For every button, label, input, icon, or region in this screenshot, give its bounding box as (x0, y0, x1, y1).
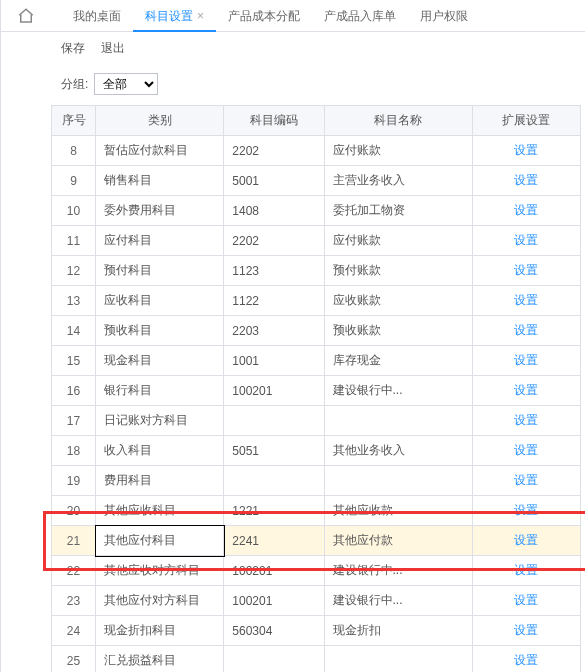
home-icon[interactable] (1, 0, 51, 32)
exit-button[interactable]: 退出 (101, 40, 125, 57)
cell-category[interactable]: 预付科目 (96, 256, 224, 286)
cell-code[interactable]: 2203 (224, 316, 324, 346)
settings-link[interactable]: 设置 (514, 143, 538, 157)
settings-link[interactable]: 设置 (514, 173, 538, 187)
cell-code[interactable]: 1123 (224, 256, 324, 286)
tab-2[interactable]: 产品成本分配 (216, 0, 312, 32)
cell-name[interactable]: 建设银行中... (324, 586, 472, 616)
cell-category[interactable]: 现金科目 (96, 346, 224, 376)
table-row[interactable]: 15现金科目1001库存现金设置 (52, 346, 581, 376)
table-row[interactable]: 9销售科目5001主营业务收入设置 (52, 166, 581, 196)
settings-link[interactable]: 设置 (514, 443, 538, 457)
cell-name[interactable]: 委托加工物资 (324, 196, 472, 226)
cell-name[interactable]: 建设银行中... (324, 376, 472, 406)
cell-category[interactable]: 应付科目 (96, 226, 224, 256)
cell-category[interactable]: 应收科目 (96, 286, 224, 316)
table-row[interactable]: 16银行科目100201建设银行中...设置 (52, 376, 581, 406)
settings-link[interactable]: 设置 (514, 533, 538, 547)
cell-name[interactable]: 应付账款 (324, 136, 472, 166)
cell-name[interactable]: 库存现金 (324, 346, 472, 376)
table-row[interactable]: 20其他应收科目1221其他应收款设置 (52, 496, 581, 526)
table-row[interactable]: 25汇兑损益科目设置 (52, 646, 581, 673)
cell-code[interactable]: 100201 (224, 376, 324, 406)
cell-category[interactable]: 银行科目 (96, 376, 224, 406)
settings-link[interactable]: 设置 (514, 413, 538, 427)
settings-link[interactable]: 设置 (514, 383, 538, 397)
cell-category[interactable]: 收入科目 (96, 436, 224, 466)
cell-name[interactable]: 主营业务收入 (324, 166, 472, 196)
cell-name[interactable]: 预付账款 (324, 256, 472, 286)
tab-0[interactable]: 我的桌面 (61, 0, 133, 32)
table-row[interactable]: 17日记账对方科目设置 (52, 406, 581, 436)
cell-category[interactable]: 其他应付对方科目 (96, 586, 224, 616)
settings-link[interactable]: 设置 (514, 623, 538, 637)
cell-name[interactable]: 其他应付款 (324, 526, 472, 556)
cell-code[interactable]: 2202 (224, 226, 324, 256)
table-row[interactable]: 14预收科目2203预收账款设置 (52, 316, 581, 346)
table-row[interactable]: 24现金折扣科目560304现金折扣设置 (52, 616, 581, 646)
table-row[interactable]: 11应付科目2202应付账款设置 (52, 226, 581, 256)
settings-link[interactable]: 设置 (514, 593, 538, 607)
cell-code[interactable]: 100201 (224, 586, 324, 616)
cell-category[interactable]: 费用科目 (96, 466, 224, 496)
table-row[interactable]: 12预付科目1123预付账款设置 (52, 256, 581, 286)
settings-link[interactable]: 设置 (514, 263, 538, 277)
table-row[interactable]: 13应收科目1122应收账款设置 (52, 286, 581, 316)
cell-name[interactable]: 建设银行中... (324, 556, 472, 586)
table-row[interactable]: 19费用科目设置 (52, 466, 581, 496)
cell-code[interactable]: 2202 (224, 136, 324, 166)
cell-code[interactable]: 100201 (224, 556, 324, 586)
cell-code[interactable]: 1408 (224, 196, 324, 226)
cell-name[interactable]: 应收账款 (324, 286, 472, 316)
settings-link[interactable]: 设置 (514, 653, 538, 667)
table-row[interactable]: 23其他应付对方科目100201建设银行中...设置 (52, 586, 581, 616)
cell-name[interactable]: 现金折扣 (324, 616, 472, 646)
cell-category[interactable]: 预收科目 (96, 316, 224, 346)
cell-category[interactable]: 汇兑损益科目 (96, 646, 224, 673)
cell-code[interactable] (224, 466, 324, 496)
group-select[interactable]: 全部 (94, 73, 158, 95)
cell-category[interactable]: 委外费用科目 (96, 196, 224, 226)
cell-code[interactable]: 560304 (224, 616, 324, 646)
cell-name[interactable]: 其他业务收入 (324, 436, 472, 466)
cell-name[interactable]: 应付账款 (324, 226, 472, 256)
cell-name[interactable] (324, 406, 472, 436)
tab-1[interactable]: 科目设置× (133, 0, 216, 32)
cell-name[interactable] (324, 466, 472, 496)
cell-name[interactable]: 预收账款 (324, 316, 472, 346)
cell-code[interactable] (224, 646, 324, 673)
cell-category[interactable]: 日记账对方科目 (96, 406, 224, 436)
tab-3[interactable]: 产成品入库单 (312, 0, 408, 32)
settings-link[interactable]: 设置 (514, 203, 538, 217)
table-row[interactable]: 22其他应收对方科目100201建设银行中...设置 (52, 556, 581, 586)
cell-code[interactable]: 1122 (224, 286, 324, 316)
cell-name[interactable] (324, 646, 472, 673)
cell-category[interactable]: 其他应收对方科目 (96, 556, 224, 586)
settings-link[interactable]: 设置 (514, 293, 538, 307)
settings-link[interactable]: 设置 (514, 233, 538, 247)
table-row[interactable]: 10委外费用科目1408委托加工物资设置 (52, 196, 581, 226)
save-button[interactable]: 保存 (61, 40, 85, 57)
cell-category[interactable]: 销售科目 (96, 166, 224, 196)
settings-link[interactable]: 设置 (514, 473, 538, 487)
table-row[interactable]: 8暂估应付款科目2202应付账款设置 (52, 136, 581, 166)
settings-link[interactable]: 设置 (514, 563, 538, 577)
cell-category[interactable]: 其他应付科目 (96, 526, 224, 556)
cell-code[interactable]: 2241 (224, 526, 324, 556)
close-icon[interactable]: × (197, 9, 204, 23)
settings-link[interactable]: 设置 (514, 323, 538, 337)
settings-link[interactable]: 设置 (514, 503, 538, 517)
cell-code[interactable] (224, 406, 324, 436)
cell-code[interactable]: 5051 (224, 436, 324, 466)
cell-code[interactable]: 1001 (224, 346, 324, 376)
table-row[interactable]: 18收入科目5051其他业务收入设置 (52, 436, 581, 466)
cell-category[interactable]: 暂估应付款科目 (96, 136, 224, 166)
tab-4[interactable]: 用户权限 (408, 0, 480, 32)
cell-name[interactable]: 其他应收款 (324, 496, 472, 526)
cell-category[interactable]: 现金折扣科目 (96, 616, 224, 646)
table-row[interactable]: 21其他应付科目2241其他应付款设置 (52, 526, 581, 556)
cell-code[interactable]: 5001 (224, 166, 324, 196)
cell-code[interactable]: 1221 (224, 496, 324, 526)
settings-link[interactable]: 设置 (514, 353, 538, 367)
cell-category[interactable]: 其他应收科目 (96, 496, 224, 526)
